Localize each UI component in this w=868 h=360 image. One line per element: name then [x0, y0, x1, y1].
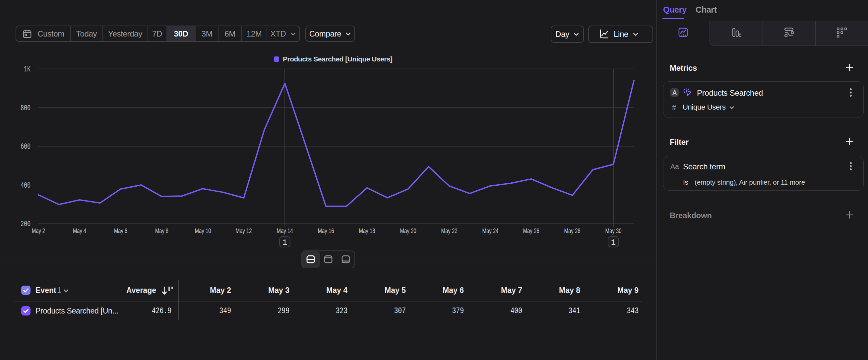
svg-text:May 8: May 8 [155, 227, 168, 234]
svg-text:1: 1 [282, 238, 287, 247]
svg-text:May 14: May 14 [277, 227, 293, 234]
svg-text:May 24: May 24 [483, 227, 499, 234]
svg-text:200: 200 [21, 220, 31, 228]
svg-text:May 2: May 2 [32, 227, 45, 234]
svg-text:May 22: May 22 [441, 227, 458, 234]
svg-text:May 10: May 10 [195, 227, 211, 234]
svg-text:May 18: May 18 [359, 227, 375, 234]
svg-text:1: 1 [611, 238, 616, 247]
svg-text:May 4: May 4 [73, 227, 86, 234]
svg-text:May 12: May 12 [236, 227, 252, 234]
svg-text:May 30: May 30 [606, 227, 622, 234]
svg-text:400: 400 [21, 181, 31, 190]
svg-text:May 16: May 16 [318, 227, 334, 234]
svg-text:May 6: May 6 [114, 227, 127, 234]
svg-text:May 26: May 26 [523, 227, 539, 234]
svg-text:1K: 1K [24, 65, 31, 74]
svg-text:May 20: May 20 [400, 227, 416, 234]
svg-text:May 28: May 28 [564, 227, 581, 234]
svg-text:600: 600 [21, 142, 31, 151]
svg-text:800: 800 [21, 104, 31, 113]
